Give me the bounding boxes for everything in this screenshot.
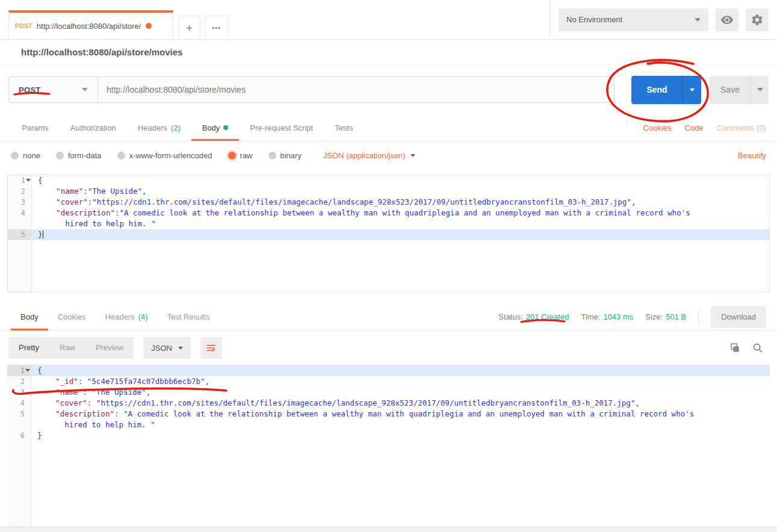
editor-empty-area xyxy=(7,441,770,527)
editor-empty-area xyxy=(8,240,769,292)
status-label: Status: xyxy=(498,312,522,321)
save-button[interactable]: Save xyxy=(710,76,751,104)
request-title: http://localhost:8080/api/store/movies xyxy=(21,47,182,57)
divider xyxy=(698,309,699,325)
tab-authorization[interactable]: Authorization xyxy=(60,114,127,141)
tab-headers-label: Headers xyxy=(138,123,167,132)
fold-caret-icon[interactable] xyxy=(26,179,31,182)
wrap-lines-button[interactable] xyxy=(200,337,222,359)
body-mode-row: none form-data x-www-form-urlencoded raw… xyxy=(0,141,777,170)
comments-link[interactable]: Comments (0) xyxy=(717,123,766,132)
code-line-wrap: hired to help him. " xyxy=(8,218,769,229)
response-tab-headers[interactable]: Headers (4) xyxy=(96,303,158,330)
request-tabs-strip: POST http://localhost:8080/api/store/ + … xyxy=(0,0,549,39)
save-options-button[interactable] xyxy=(751,76,769,104)
chevron-down-icon xyxy=(410,154,415,157)
mode-form-data[interactable]: form-data xyxy=(56,151,102,160)
time-badge: Time: 1043 ms xyxy=(581,312,633,321)
response-right-icons xyxy=(729,342,769,354)
code-line-active: 1 { xyxy=(7,365,770,376)
code-line: 5 "description": "A comedic look at the … xyxy=(7,409,770,419)
mode-binary[interactable]: binary xyxy=(268,151,302,160)
mode-raw-label: raw xyxy=(240,151,253,160)
horizontal-scrollbar-track[interactable] xyxy=(0,527,777,532)
view-pretty-button[interactable]: Pretty xyxy=(8,337,49,359)
radio-icon xyxy=(117,152,125,159)
tab-body[interactable]: Body xyxy=(191,114,240,141)
response-body-editor[interactable]: 1 { 2 "_id": "5c4e715fa74c07dbbb6ecb7b",… xyxy=(7,365,770,527)
method-value: POST xyxy=(19,85,41,94)
code-line-active: 5 } xyxy=(8,229,769,240)
environment-area: No Environment xyxy=(549,0,777,39)
tab-tests[interactable]: Tests xyxy=(324,114,364,141)
size-badge: Size: 501 B xyxy=(645,312,686,321)
tab-headers-count: (2) xyxy=(171,123,181,132)
tab-tests-label: Tests xyxy=(335,123,353,132)
view-preview-button[interactable]: Preview xyxy=(85,337,134,359)
time-label: Time: xyxy=(581,312,600,321)
tab-params[interactable]: Params xyxy=(11,114,60,141)
response-tab-body[interactable]: Body xyxy=(11,303,48,330)
mode-binary-label: binary xyxy=(280,151,302,160)
request-section-tabs: Params Authorization Headers (2) Body Pr… xyxy=(0,114,777,141)
text-cursor xyxy=(43,230,43,238)
postman-app: POST http://localhost:8080/api/store/ + … xyxy=(0,0,777,532)
response-format-value: JSON xyxy=(151,344,172,353)
tab-authorization-label: Authorization xyxy=(70,123,116,132)
url-input[interactable]: http://localhost:8080/api/store/movies xyxy=(98,76,614,103)
mode-raw[interactable]: raw xyxy=(228,151,253,160)
chevron-down-icon xyxy=(695,18,701,22)
radio-selected-icon xyxy=(228,152,236,159)
new-tab-button[interactable]: + xyxy=(178,16,200,39)
ellipsis-icon: ••• xyxy=(212,25,221,31)
cookies-link[interactable]: Cookies xyxy=(643,123,672,132)
response-tab-cookies[interactable]: Cookies xyxy=(48,303,96,330)
mode-urlencoded-label: x-www-form-urlencoded xyxy=(129,151,212,160)
response-tab-body-label: Body xyxy=(20,312,39,321)
tab-headers[interactable]: Headers (2) xyxy=(127,114,191,141)
code-line: 6 } xyxy=(7,430,770,441)
send-options-button[interactable] xyxy=(683,76,701,104)
search-icon[interactable] xyxy=(752,342,764,354)
code-line: 1 { xyxy=(8,175,769,186)
chevron-down-icon xyxy=(690,88,695,91)
response-tab-test-results[interactable]: Test Results xyxy=(158,303,220,330)
code-link[interactable]: Code xyxy=(685,123,704,132)
beautify-link[interactable]: Beautify xyxy=(738,151,766,160)
environment-settings-button[interactable] xyxy=(746,8,769,31)
view-mode-segment: Pretty Raw Preview xyxy=(8,337,134,359)
plus-icon: + xyxy=(186,22,193,34)
save-label: Save xyxy=(720,85,740,94)
tab-pre-request-script[interactable]: Pre-request Script xyxy=(239,114,324,141)
eye-icon xyxy=(720,13,734,26)
fold-caret-icon[interactable] xyxy=(25,369,30,372)
response-section-tabs: Body Cookies Headers (4) Test Results St… xyxy=(0,303,777,331)
download-button[interactable]: Download xyxy=(711,306,766,328)
response-tab-headers-count: (4) xyxy=(138,312,148,321)
response-tab-headers-label: Headers xyxy=(105,312,135,321)
more-tabs-button[interactable]: ••• xyxy=(205,16,228,39)
view-raw-button[interactable]: Raw xyxy=(49,337,85,359)
environment-select[interactable]: No Environment xyxy=(559,8,708,31)
code-line: 4 "cover": "https://cdn1.thr.com/sites/d… xyxy=(7,398,770,409)
send-label: Send xyxy=(646,85,667,94)
open-request-tab[interactable]: POST http://localhost:8080/api/store/ xyxy=(8,10,173,39)
mode-none-label: none xyxy=(23,151,40,160)
top-bar: POST http://localhost:8080/api/store/ + … xyxy=(0,0,777,40)
tab-url-label: http://localhost:8080/api/store/ xyxy=(37,22,141,31)
response-format-select[interactable]: JSON xyxy=(143,337,191,359)
mode-urlencoded[interactable]: x-www-form-urlencoded xyxy=(117,151,212,160)
send-button-group: Send xyxy=(631,76,701,104)
send-button[interactable]: Send xyxy=(631,76,683,104)
copy-icon[interactable] xyxy=(729,342,741,354)
method-select[interactable]: POST xyxy=(8,76,98,103)
mode-none[interactable]: none xyxy=(11,151,40,160)
response-tab-cookies-label: Cookies xyxy=(58,312,86,321)
content-type-select[interactable]: JSON (application/json) xyxy=(323,151,416,160)
tab-prerequest-label: Pre-request Script xyxy=(250,123,313,132)
request-body-editor[interactable]: 1 { 2 "name":"The Upside", 3 "cover":"ht… xyxy=(7,175,770,292)
save-button-group: Save xyxy=(710,76,769,104)
response-meta: Status: 201 Created Time: 1043 ms Size: … xyxy=(498,303,766,330)
environment-quicklook-button[interactable] xyxy=(716,8,738,31)
request-title-row: http://localhost:8080/api/store/movies xyxy=(0,40,777,65)
